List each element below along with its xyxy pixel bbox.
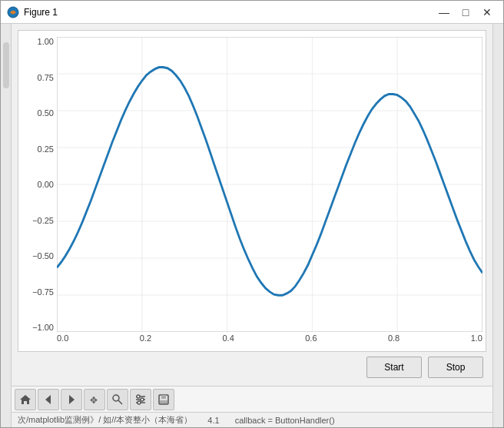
right-sidebar xyxy=(492,24,503,427)
svg-line-22 xyxy=(118,400,122,404)
close-button[interactable]: ✕ xyxy=(477,4,497,21)
config-icon xyxy=(134,393,147,406)
status-right: callback = ButtonHandler() xyxy=(235,416,335,425)
y-label-8: −0.75 xyxy=(32,287,54,297)
y-label-6: −0.25 xyxy=(32,216,54,225)
svg-rect-30 xyxy=(161,395,166,399)
chart-container: 1.00 0.75 0.50 0.25 0.00 −0.25 −0.50 −0.… xyxy=(18,30,486,352)
y-label-4: 0.25 xyxy=(38,144,54,154)
y-label-1: 1.00 xyxy=(38,37,54,46)
zoom-button[interactable] xyxy=(107,389,128,410)
minimize-button[interactable]: — xyxy=(434,4,454,21)
zoom-icon xyxy=(111,393,124,406)
home-icon xyxy=(19,393,32,406)
svg-marker-19 xyxy=(69,395,75,404)
sine-chart-svg xyxy=(57,37,482,332)
chart-plot xyxy=(57,31,486,332)
x-label-06: 0.6 xyxy=(305,333,317,343)
window-controls: — □ ✕ xyxy=(434,4,497,21)
save-icon xyxy=(158,393,170,406)
x-label-08: 0.8 xyxy=(388,333,400,343)
config-button[interactable] xyxy=(130,389,151,410)
svg-point-21 xyxy=(113,395,119,401)
svg-marker-17 xyxy=(20,395,31,404)
matplotlib-toolbar: ✥ xyxy=(12,386,492,412)
svg-point-28 xyxy=(138,401,141,404)
pan-button[interactable]: ✥ xyxy=(84,389,105,410)
back-button[interactable] xyxy=(38,389,59,410)
x-axis: 0.0 0.2 0.4 0.6 0.8 1.0 xyxy=(57,332,486,351)
window-title: Figure 1 xyxy=(24,7,434,18)
svg-point-26 xyxy=(137,395,140,398)
y-label-9: −1.00 xyxy=(32,323,54,332)
start-button[interactable]: Start xyxy=(366,357,422,378)
main-row: 1.00 0.75 0.50 0.25 0.00 −0.25 −0.50 −0.… xyxy=(1,24,503,427)
maximize-button[interactable]: □ xyxy=(456,4,476,21)
y-label-7: −0.50 xyxy=(32,251,54,260)
status-bar: 次/matplotlib监测例》/ 如//本资整小（本海省） 4.1 callb… xyxy=(12,412,492,427)
left-sidebar xyxy=(1,24,12,427)
y-label-3: 0.50 xyxy=(38,108,54,118)
back-icon xyxy=(42,393,55,406)
pan-icon: ✥ xyxy=(88,393,101,406)
home-button[interactable] xyxy=(15,389,36,410)
x-label-10: 1.0 xyxy=(471,333,482,343)
center-column: 1.00 0.75 0.50 0.25 0.00 −0.25 −0.50 −0.… xyxy=(12,24,492,427)
forward-button[interactable] xyxy=(61,389,82,410)
svg-marker-18 xyxy=(45,395,51,404)
y-label-2: 0.75 xyxy=(38,73,54,82)
buttons-row: Start Stop xyxy=(18,357,486,380)
forward-icon xyxy=(65,393,78,406)
stop-button[interactable]: Stop xyxy=(428,357,483,378)
x-label-04: 0.4 xyxy=(222,333,234,343)
sine-wave xyxy=(57,68,482,296)
status-left: 次/matplotlib监测例》/ 如//本资整小（本海省） xyxy=(18,414,192,426)
svg-point-27 xyxy=(141,398,144,401)
save-button[interactable] xyxy=(153,389,174,410)
window-icon xyxy=(7,6,19,18)
y-label-5: 0.00 xyxy=(38,180,54,189)
content-area: 1.00 0.75 0.50 0.25 0.00 −0.25 −0.50 −0.… xyxy=(12,24,492,386)
status-center: 4.1 xyxy=(207,416,219,425)
y-axis: 1.00 0.75 0.50 0.25 0.00 −0.25 −0.50 −0.… xyxy=(18,31,57,351)
title-bar: Figure 1 — □ ✕ xyxy=(1,1,503,24)
chart-body: 0.0 0.2 0.4 0.6 0.8 1.0 xyxy=(57,31,486,351)
x-label-0: 0.0 xyxy=(57,333,68,343)
main-window: Figure 1 — □ ✕ 1.00 0.75 0.50 xyxy=(0,0,504,428)
svg-rect-31 xyxy=(160,400,167,403)
svg-text:✥: ✥ xyxy=(90,395,98,406)
x-label-02: 0.2 xyxy=(140,333,151,343)
left-scrollbar[interactable] xyxy=(3,42,9,88)
